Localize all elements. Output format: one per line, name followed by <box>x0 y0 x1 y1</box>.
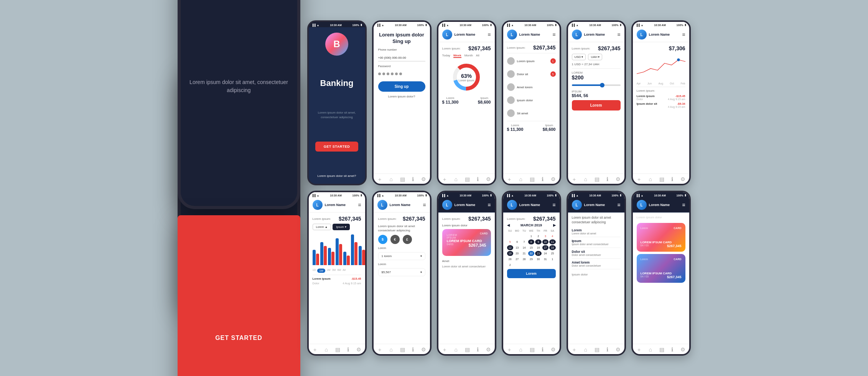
ph5-slider[interactable] <box>572 84 621 86</box>
nav-info-icon[interactable]: ℹ <box>412 346 414 353</box>
ph8-dropdown2[interactable]: $5,567 ▾ <box>378 268 425 276</box>
day-22[interactable]: 19 <box>507 251 513 256</box>
nav-card-icon[interactable]: ▤ <box>465 346 470 353</box>
nav-settings-icon[interactable]: ⚙ <box>356 346 361 353</box>
nav-home-icon[interactable]: ⌂ <box>519 346 522 353</box>
day-10[interactable]: 7 <box>521 239 527 244</box>
nav-info-icon[interactable]: ℹ <box>542 176 544 183</box>
ph7-filter-ipsum[interactable]: Ipsum ▾ <box>333 224 349 230</box>
nav-home-icon[interactable]: ⌂ <box>455 346 458 353</box>
ph5-curr-to[interactable]: UAH ▾ <box>588 54 602 60</box>
nav-card-icon[interactable]: ▤ <box>530 176 535 183</box>
day-32[interactable]: 29 <box>528 257 534 262</box>
big-phone-get-started-btn[interactable]: GET STARTED <box>178 215 300 376</box>
ph3-menu-icon[interactable]: ≡ <box>488 31 491 38</box>
day-19[interactable]: 16 <box>535 245 541 250</box>
ph7-time-1w[interactable]: 1W <box>317 269 325 273</box>
day-15[interactable]: 12 <box>507 245 513 250</box>
nav-info-icon[interactable]: ℹ <box>412 176 414 183</box>
day-20[interactable]: 17 <box>542 245 548 250</box>
nav-settings-icon[interactable]: ⚙ <box>551 176 556 183</box>
day-9[interactable]: 6 <box>514 239 520 244</box>
ph8-curr-usd[interactable]: $ <box>378 235 387 244</box>
nav-info-icon[interactable]: ℹ <box>477 346 479 353</box>
day-28[interactable]: 25 <box>549 251 555 256</box>
day-21[interactable]: 18 <box>549 245 555 250</box>
ph8-curr-gbp[interactable]: £ <box>403 235 412 244</box>
tab-week[interactable]: Week <box>453 54 461 58</box>
nav-add-icon[interactable]: ＋ <box>377 346 382 353</box>
day-5[interactable]: 2 <box>535 234 541 239</box>
ph9-menu-icon[interactable]: ≡ <box>488 202 491 208</box>
nav-card-icon[interactable]: ▤ <box>530 346 535 353</box>
nav-add-icon[interactable]: ＋ <box>572 176 577 183</box>
day-24[interactable]: 21 <box>521 251 527 256</box>
nav-card-icon[interactable]: ▤ <box>465 176 470 183</box>
ph8-dropdown1[interactable]: 1 lorem ▾ <box>378 252 425 260</box>
day-1[interactable] <box>507 234 513 239</box>
tab-all[interactable]: All <box>476 54 479 58</box>
day-27[interactable]: 24 <box>542 251 548 256</box>
day-2[interactable] <box>514 234 520 239</box>
nav-add-icon[interactable]: ＋ <box>507 176 512 183</box>
nav-card-icon[interactable]: ▤ <box>659 346 664 353</box>
day-8[interactable]: 5 <box>507 239 513 244</box>
day-35[interactable]: 1 <box>549 257 555 262</box>
nav-add-icon[interactable]: ＋ <box>377 176 382 183</box>
nav-card-icon[interactable]: ▤ <box>595 176 600 183</box>
nav-add-icon[interactable]: ＋ <box>572 346 577 353</box>
nav-info-icon[interactable]: ℹ <box>347 346 349 353</box>
ph8-curr-eur[interactable]: € <box>390 235 400 244</box>
nav-home-icon[interactable]: ⌂ <box>649 346 652 353</box>
ph12-menu-icon[interactable]: ≡ <box>682 202 685 208</box>
nav-home-icon[interactable]: ⌂ <box>325 346 328 353</box>
ph7-menu-icon[interactable]: ≡ <box>358 202 361 208</box>
nav-home-icon[interactable]: ⌂ <box>390 176 393 183</box>
nav-add-icon[interactable]: ＋ <box>442 346 447 353</box>
nav-settings-icon[interactable]: ⚙ <box>486 346 491 353</box>
day-30[interactable]: 27 <box>514 257 520 262</box>
ph10-next-month-btn[interactable]: ▶ <box>553 223 556 227</box>
day-6[interactable]: 3 <box>542 234 548 239</box>
day-14[interactable]: 11 <box>549 239 555 244</box>
nav-add-icon[interactable]: ＋ <box>442 176 447 183</box>
ph7-time-1m[interactable]: 1M <box>327 269 331 273</box>
nav-card-icon[interactable]: ▤ <box>335 346 340 353</box>
day-11[interactable]: 8 <box>528 239 534 244</box>
day-18[interactable]: 15 <box>528 245 534 250</box>
ph2-signup-btn[interactable]: Sing up <box>378 81 425 92</box>
nav-home-icon[interactable]: ⌂ <box>584 176 587 183</box>
nav-home-icon[interactable]: ⌂ <box>390 346 393 353</box>
ph5-red-btn[interactable]: Lorem <box>572 100 621 110</box>
ph6-menu-icon[interactable]: ≡ <box>682 31 685 38</box>
nav-settings-icon[interactable]: ⚙ <box>616 346 621 353</box>
ph4-menu-icon[interactable]: ≡ <box>552 31 555 38</box>
nav-add-icon[interactable]: ＋ <box>507 346 512 353</box>
nav-card-icon[interactable]: ▤ <box>400 176 405 183</box>
day-33[interactable]: 30 <box>535 257 541 262</box>
day-23[interactable]: 20 <box>514 251 520 256</box>
day-31[interactable]: 28 <box>521 257 527 262</box>
ph7-time-6m[interactable]: 6M <box>337 269 341 273</box>
day-17[interactable]: 14 <box>521 245 527 250</box>
nav-info-icon[interactable]: ℹ <box>606 346 608 353</box>
nav-settings-icon[interactable]: ⚙ <box>616 176 621 183</box>
nav-add-icon[interactable]: ＋ <box>312 346 318 353</box>
ph11-menu-icon[interactable]: ≡ <box>617 202 620 208</box>
ph7-filter-lorem[interactable]: Lorem ▲ <box>313 224 331 230</box>
nav-home-icon[interactable]: ⌂ <box>649 176 652 183</box>
nav-home-icon[interactable]: ⌂ <box>455 176 458 183</box>
day-29[interactable]: 26 <box>507 257 513 262</box>
day-36[interactable]: 2 <box>507 262 513 267</box>
nav-card-icon[interactable]: ▤ <box>400 346 405 353</box>
day-13[interactable]: 10 <box>542 239 548 244</box>
nav-home-icon[interactable]: ⌂ <box>519 176 522 183</box>
nav-info-icon[interactable]: ℹ <box>606 176 608 183</box>
day-3[interactable] <box>521 234 527 239</box>
nav-add-icon[interactable]: ＋ <box>636 176 642 183</box>
ph2-phone-input[interactable] <box>378 54 425 61</box>
day-34[interactable]: 31 <box>542 257 548 262</box>
nav-settings-icon[interactable]: ⚙ <box>680 176 685 183</box>
ph7-time-1d[interactable]: 1D <box>313 269 316 273</box>
nav-settings-icon[interactable]: ⚙ <box>421 176 426 183</box>
